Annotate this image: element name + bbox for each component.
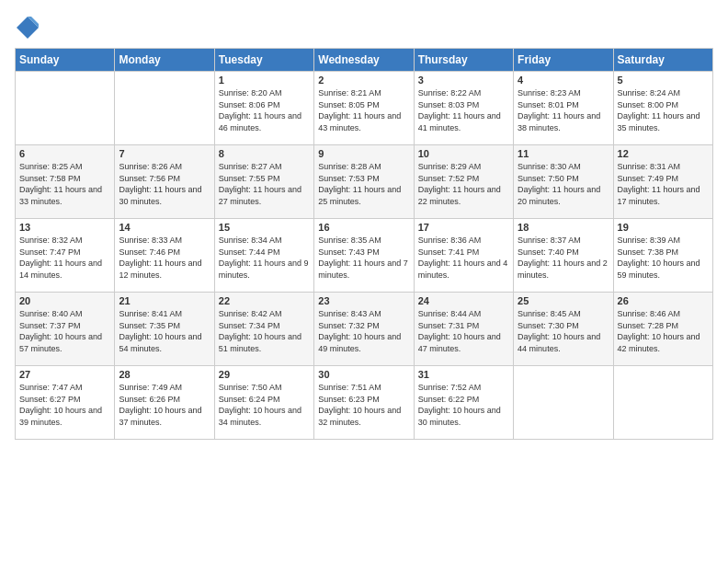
day-number: 10 (418, 148, 509, 159)
day-content: Sunrise: 8:26 AM Sunset: 7:56 PM Dayligh… (119, 161, 210, 207)
day-content: Sunrise: 8:21 AM Sunset: 8:05 PM Dayligh… (318, 87, 409, 133)
day-content: Sunrise: 8:45 AM Sunset: 7:30 PM Dayligh… (518, 308, 609, 354)
weekday-header-saturday: Saturday (613, 49, 712, 72)
calendar-cell (115, 72, 214, 145)
day-number: 12 (618, 148, 709, 159)
calendar-cell: 8Sunrise: 8:27 AM Sunset: 7:55 PM Daylig… (214, 145, 313, 219)
calendar-cell: 7Sunrise: 8:26 AM Sunset: 7:56 PM Daylig… (115, 145, 214, 219)
header (15, 15, 713, 40)
calendar-cell: 28Sunrise: 7:49 AM Sunset: 6:26 PM Dayli… (115, 366, 214, 440)
calendar-cell: 6Sunrise: 8:25 AM Sunset: 7:58 PM Daylig… (16, 145, 115, 219)
day-content: Sunrise: 8:33 AM Sunset: 7:46 PM Dayligh… (119, 235, 210, 281)
day-content: Sunrise: 8:24 AM Sunset: 8:00 PM Dayligh… (618, 87, 709, 133)
day-content: Sunrise: 7:49 AM Sunset: 6:26 PM Dayligh… (119, 382, 210, 428)
day-content: Sunrise: 8:27 AM Sunset: 7:55 PM Dayligh… (219, 161, 310, 207)
day-content: Sunrise: 8:29 AM Sunset: 7:52 PM Dayligh… (418, 161, 509, 207)
calendar-cell: 18Sunrise: 8:37 AM Sunset: 7:40 PM Dayli… (514, 219, 613, 293)
day-content: Sunrise: 8:34 AM Sunset: 7:44 PM Dayligh… (219, 235, 310, 281)
week-row-1: 6Sunrise: 8:25 AM Sunset: 7:58 PM Daylig… (16, 145, 713, 219)
day-number: 2 (318, 75, 409, 86)
day-number: 5 (618, 75, 709, 86)
calendar-cell (16, 72, 115, 145)
weekday-header-sunday: Sunday (16, 49, 115, 72)
calendar-cell: 30Sunrise: 7:51 AM Sunset: 6:23 PM Dayli… (314, 366, 414, 440)
calendar-cell: 26Sunrise: 8:46 AM Sunset: 7:28 PM Dayli… (613, 293, 712, 366)
logo-icon (15, 15, 40, 40)
day-number: 13 (19, 222, 110, 233)
day-number: 4 (518, 75, 609, 86)
day-number: 17 (418, 222, 509, 233)
day-content: Sunrise: 8:20 AM Sunset: 8:06 PM Dayligh… (219, 87, 310, 133)
day-number: 16 (318, 222, 409, 233)
calendar-cell: 3Sunrise: 8:22 AM Sunset: 8:03 PM Daylig… (414, 72, 513, 145)
day-content: Sunrise: 8:35 AM Sunset: 7:43 PM Dayligh… (318, 235, 409, 281)
calendar-cell: 21Sunrise: 8:41 AM Sunset: 7:35 PM Dayli… (115, 293, 214, 366)
day-number: 14 (119, 222, 210, 233)
calendar-cell: 9Sunrise: 8:28 AM Sunset: 7:53 PM Daylig… (314, 145, 414, 219)
weekday-header-wednesday: Wednesday (314, 49, 414, 72)
day-number: 19 (618, 222, 709, 233)
week-row-3: 20Sunrise: 8:40 AM Sunset: 7:37 PM Dayli… (16, 293, 713, 366)
day-content: Sunrise: 8:42 AM Sunset: 7:34 PM Dayligh… (219, 308, 310, 354)
day-number: 28 (119, 369, 210, 380)
day-content: Sunrise: 8:37 AM Sunset: 7:40 PM Dayligh… (518, 235, 609, 281)
weekday-header-monday: Monday (115, 49, 214, 72)
weekday-header-row: SundayMondayTuesdayWednesdayThursdayFrid… (16, 49, 713, 72)
day-number: 22 (219, 295, 310, 306)
day-content: Sunrise: 8:22 AM Sunset: 8:03 PM Dayligh… (418, 87, 509, 133)
calendar-cell: 2Sunrise: 8:21 AM Sunset: 8:05 PM Daylig… (314, 72, 414, 145)
calendar-cell: 4Sunrise: 8:23 AM Sunset: 8:01 PM Daylig… (514, 72, 613, 145)
day-number: 21 (119, 295, 210, 306)
calendar-cell: 31Sunrise: 7:52 AM Sunset: 6:22 PM Dayli… (414, 366, 513, 440)
day-content: Sunrise: 7:51 AM Sunset: 6:23 PM Dayligh… (318, 382, 409, 428)
day-number: 8 (219, 148, 310, 159)
calendar-cell: 11Sunrise: 8:30 AM Sunset: 7:50 PM Dayli… (514, 145, 613, 219)
day-content: Sunrise: 7:47 AM Sunset: 6:27 PM Dayligh… (19, 382, 110, 428)
day-number: 26 (618, 295, 709, 306)
calendar-cell: 22Sunrise: 8:42 AM Sunset: 7:34 PM Dayli… (214, 293, 313, 366)
calendar-cell: 15Sunrise: 8:34 AM Sunset: 7:44 PM Dayli… (214, 219, 313, 293)
day-content: Sunrise: 8:31 AM Sunset: 7:49 PM Dayligh… (618, 161, 709, 207)
day-number: 24 (418, 295, 509, 306)
day-number: 6 (19, 148, 110, 159)
day-content: Sunrise: 8:23 AM Sunset: 8:01 PM Dayligh… (518, 87, 609, 133)
calendar-cell: 12Sunrise: 8:31 AM Sunset: 7:49 PM Dayli… (613, 145, 712, 219)
calendar-cell: 1Sunrise: 8:20 AM Sunset: 8:06 PM Daylig… (214, 72, 313, 145)
calendar-cell: 5Sunrise: 8:24 AM Sunset: 8:00 PM Daylig… (613, 72, 712, 145)
week-row-4: 27Sunrise: 7:47 AM Sunset: 6:27 PM Dayli… (16, 366, 713, 440)
day-number: 18 (518, 222, 609, 233)
weekday-header-friday: Friday (514, 49, 613, 72)
day-number: 11 (518, 148, 609, 159)
day-number: 25 (518, 295, 609, 306)
day-content: Sunrise: 8:40 AM Sunset: 7:37 PM Dayligh… (19, 308, 110, 354)
calendar-cell: 14Sunrise: 8:33 AM Sunset: 7:46 PM Dayli… (115, 219, 214, 293)
day-content: Sunrise: 8:43 AM Sunset: 7:32 PM Dayligh… (318, 308, 409, 354)
logo (15, 15, 42, 40)
day-number: 29 (219, 369, 310, 380)
calendar-cell: 10Sunrise: 8:29 AM Sunset: 7:52 PM Dayli… (414, 145, 513, 219)
day-number: 7 (119, 148, 210, 159)
day-content: Sunrise: 8:46 AM Sunset: 7:28 PM Dayligh… (618, 308, 709, 354)
day-content: Sunrise: 8:44 AM Sunset: 7:31 PM Dayligh… (418, 308, 509, 354)
day-number: 23 (318, 295, 409, 306)
week-row-2: 13Sunrise: 8:32 AM Sunset: 7:47 PM Dayli… (16, 219, 713, 293)
calendar-cell: 20Sunrise: 8:40 AM Sunset: 7:37 PM Dayli… (16, 293, 115, 366)
day-number: 15 (219, 222, 310, 233)
calendar-cell: 19Sunrise: 8:39 AM Sunset: 7:38 PM Dayli… (613, 219, 712, 293)
day-content: Sunrise: 7:52 AM Sunset: 6:22 PM Dayligh… (418, 382, 509, 428)
day-content: Sunrise: 7:50 AM Sunset: 6:24 PM Dayligh… (219, 382, 310, 428)
weekday-header-thursday: Thursday (414, 49, 513, 72)
day-content: Sunrise: 8:41 AM Sunset: 7:35 PM Dayligh… (119, 308, 210, 354)
calendar-cell: 16Sunrise: 8:35 AM Sunset: 7:43 PM Dayli… (314, 219, 414, 293)
day-content: Sunrise: 8:25 AM Sunset: 7:58 PM Dayligh… (19, 161, 110, 207)
calendar-cell: 23Sunrise: 8:43 AM Sunset: 7:32 PM Dayli… (314, 293, 414, 366)
calendar-cell: 25Sunrise: 8:45 AM Sunset: 7:30 PM Dayli… (514, 293, 613, 366)
calendar-cell (514, 366, 613, 440)
day-number: 9 (318, 148, 409, 159)
calendar-cell (613, 366, 712, 440)
day-number: 30 (318, 369, 409, 380)
day-number: 20 (19, 295, 110, 306)
calendar-cell: 27Sunrise: 7:47 AM Sunset: 6:27 PM Dayli… (16, 366, 115, 440)
calendar-cell: 13Sunrise: 8:32 AM Sunset: 7:47 PM Dayli… (16, 219, 115, 293)
day-number: 1 (219, 75, 310, 86)
